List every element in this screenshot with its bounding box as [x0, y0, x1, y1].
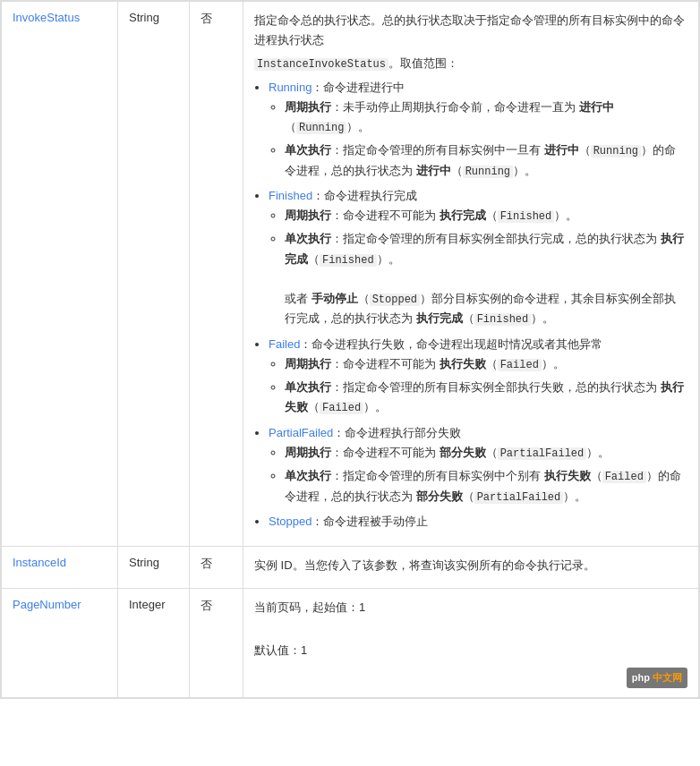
field-required-invokestatus: 否: [190, 2, 243, 547]
list-item: 单次执行：指定命令管理的所有目标实例中一旦有 进行中（Running）的命令进程…: [285, 140, 687, 181]
field-required-pagenumber: 否: [190, 589, 243, 698]
table-row-pagenumber: PageNumber Integer 否 当前页码，起始值：1 默认值：1 ph…: [2, 589, 699, 698]
list-item: Running：命令进程进行中 周期执行：未手动停止周期执行命令前，命令进程一直…: [269, 78, 687, 181]
api-table: InvokeStatus String 否 指定命令总的执行状态。总的执行状态取…: [0, 0, 700, 699]
list-item: 单次执行：指定命令管理的所有目标实例全部执行完成，总的执行状态为 执行完成（Fi…: [285, 229, 687, 328]
field-desc-pagenumber: 当前页码，起始值：1 默认值：1 php 中文网: [243, 589, 699, 698]
field-type-invokestatus: String: [118, 2, 190, 547]
field-name-invokestatus[interactable]: InvokeStatus: [2, 2, 118, 547]
php-logo: php 中文网: [627, 668, 687, 688]
list-item: PartialFailed：命令进程执行部分失败 周期执行：命令进程不可能为 部…: [269, 423, 687, 506]
list-item: Failed：命令进程执行失败，命令进程出现超时情况或者其他异常 周期执行：命令…: [269, 335, 687, 418]
table-row-instanceid: InstanceId String 否 实例 ID。当您传入了该参数，将查询该实…: [2, 547, 699, 589]
field-required-instanceid: 否: [190, 547, 243, 589]
field-desc-instanceid: 实例 ID。当您传入了该参数，将查询该实例所有的命令执行记录。: [243, 547, 699, 589]
field-name-instanceid[interactable]: InstanceId: [2, 547, 118, 589]
field-type-pagenumber: Integer: [118, 589, 190, 698]
list-item: 单次执行：指定命令管理的所有目标实例全部执行失败，总的执行状态为 执行失败（Fa…: [285, 378, 687, 417]
table-row-invokestatus: InvokeStatus String 否 指定命令总的执行状态。总的执行状态取…: [2, 2, 699, 547]
list-item: Finished：命令进程执行完成 周期执行：命令进程不可能为 执行完成（Fin…: [269, 186, 687, 329]
list-item: 周期执行：命令进程不可能为 执行失败（Failed）。: [285, 354, 687, 374]
logo-area: php 中文网: [254, 668, 687, 688]
list-item: 周期执行：命令进程不可能为 执行完成（Finished）。: [285, 206, 687, 226]
list-item: 周期执行：命令进程不可能为 部分失败（PartialFailed）。: [285, 443, 687, 463]
field-type-instanceid: String: [118, 547, 190, 589]
list-item: 周期执行：未手动停止周期执行命令前，命令进程一直为 进行中（Running）。: [285, 98, 687, 137]
field-name-pagenumber[interactable]: PageNumber: [2, 589, 118, 698]
list-item: Stopped：命令进程被手动停止: [269, 512, 687, 532]
field-desc-invokestatus: 指定命令总的执行状态。总的执行状态取决于指定命令管理的所有目标实例中的命令进程执…: [243, 2, 699, 547]
list-item: 单次执行：指定命令管理的所有目标实例中个别有 执行失败（Failed）的命令进程…: [285, 466, 687, 506]
